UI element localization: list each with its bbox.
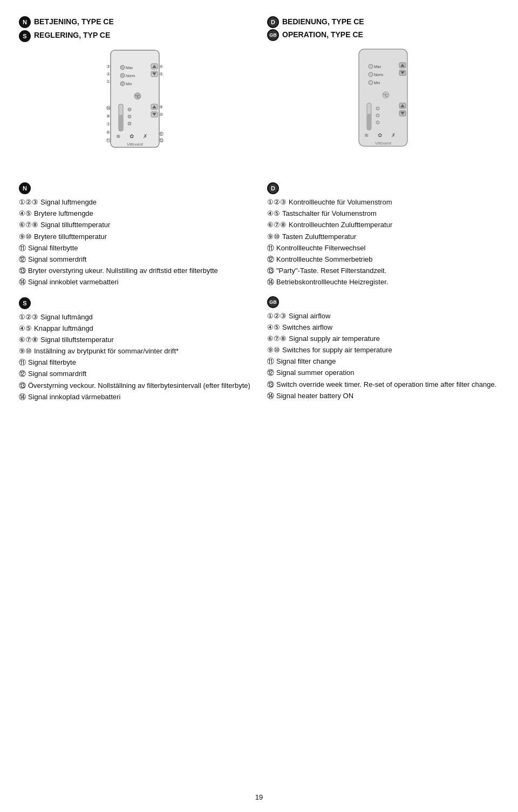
svg-text:⑧: ⑧ (106, 114, 110, 119)
badge-gb-header: GB (267, 29, 279, 41)
content-sections: N ①②③ Signal luftmengde ④⑤ Brytere luftm… (11, 177, 507, 782)
svg-text:⑫: ⑫ (159, 132, 163, 137)
content-left: N ①②③ Signal luftmengde ④⑤ Brytere luftm… (11, 177, 259, 782)
gb-item-2: ④⑤ Switches airflow (267, 323, 499, 332)
page: N BETJENING, TYPE CE S REGLERING, TYP CE… (0, 0, 518, 812)
gb-item-1: ①②③ Signal airflow (267, 311, 499, 321)
badge-d: D (267, 16, 279, 28)
svg-point-26 (128, 115, 131, 118)
svg-point-25 (128, 108, 131, 111)
svg-point-11 (120, 73, 125, 78)
section-n: N ①②③ Signal luftmengde ④⑤ Brytere luftm… (19, 182, 251, 288)
svg-text:°C: °C (135, 94, 140, 99)
n-item-1: ①②③ Signal luftmengde (19, 197, 251, 207)
n-item-8: ⑭ Signal innkoblet varmebatteri (19, 277, 251, 287)
content-right: D ①②③ Kontrollleuchte für Volumenstrom ④… (259, 177, 507, 782)
gb-item-3: ⑥⑦⑧ Signal supply air temperature (267, 334, 499, 344)
title-d2: OPERATION, TYPE CE (282, 30, 363, 40)
s-item-2: ④⑤ Knappar luftmängd (19, 324, 251, 333)
section-s: S ①②③ Signal luftmängd ④⑤ Knappar luftmä… (19, 296, 251, 402)
gb-item-7: ⑬ Switch override week timer. Re-set of … (267, 380, 499, 390)
badge-s-header: S (19, 30, 31, 42)
svg-point-13 (120, 81, 125, 86)
badge-n-section: N (19, 182, 31, 194)
badge-d-section: D (267, 182, 279, 194)
title-d1: BEDIENUNG, TYPE CE (282, 17, 364, 28)
page-number: 19 (11, 782, 507, 801)
controller-image-right: Max Norm Min °C (348, 46, 418, 154)
badge-gb-section: GB (267, 296, 279, 308)
s-item-1: ①②③ Signal luftmängd (19, 312, 251, 322)
section-gb: GB ①②③ Signal airflow ④⑤ Switches airflo… (267, 296, 499, 401)
s-item-5: ⑪ Signal filterbyte (19, 358, 251, 367)
d-item-1: ①②③ Kontrollleuchte für Volumenstrom (267, 197, 499, 207)
d-item-3: ⑥⑦⑧ Kontrollleuchten Zulufttemperatur (267, 220, 499, 230)
svg-text:≋: ≋ (116, 133, 120, 139)
svg-text:°C: °C (383, 93, 388, 98)
d-item-2: ④⑤ Tastschalter für Volumenstrom (267, 209, 499, 219)
svg-rect-24 (119, 115, 123, 131)
s-item-8: ⑭ Signal innkoplad värmebatteri (19, 392, 251, 402)
svg-point-45 (369, 80, 373, 85)
d-item-8: ⑭ Betriebskontrollleuchte Heizregister. (267, 277, 499, 287)
gb-item-5: ⑪ Signal filter change (267, 357, 499, 366)
s-item-3: ⑥⑦⑧ Signal tilluftstemperatur (19, 335, 251, 345)
svg-text:⑪: ⑪ (106, 138, 111, 143)
n-item-6: ⑫ Signal sommerdrift (19, 255, 251, 264)
svg-text:⑩: ⑩ (159, 112, 163, 117)
svg-text:Villovent: Villovent (375, 141, 392, 146)
svg-text:⑦: ⑦ (106, 122, 110, 127)
svg-point-57 (376, 121, 379, 124)
svg-text:✗: ✗ (143, 133, 147, 139)
svg-text:⑨: ⑨ (159, 105, 163, 110)
svg-text:⑬: ⑬ (159, 138, 163, 143)
s-item-7: ⑬ Överstyrning veckour. Nollställning av… (19, 381, 251, 391)
svg-text:Norm: Norm (374, 73, 383, 77)
panel-left: N BETJENING, TYPE CE S REGLERING, TYP CE… (11, 11, 259, 166)
section-d-header: D (267, 182, 499, 194)
controller-image-left: ③ ② ① ⑭ ⑧ ⑦ ⑥ ⑪ Max Norm Min (100, 47, 170, 155)
section-d: D ①②③ Kontrollleuchte für Volumenstrom ④… (267, 182, 499, 288)
section-n-header: N (19, 182, 251, 194)
d-item-7: ⑬ "Party"-Taste. Reset Filterstandzeit. (267, 266, 499, 276)
svg-text:⑤: ⑤ (159, 72, 163, 77)
svg-text:④: ④ (159, 64, 163, 69)
svg-text:②: ② (106, 72, 110, 77)
svg-point-41 (369, 64, 373, 69)
svg-point-27 (128, 122, 131, 125)
badge-n: N (19, 16, 31, 28)
panel-header-left: N BETJENING, TYPE CE S REGLERING, TYP CE (19, 16, 251, 42)
svg-point-9 (120, 65, 125, 70)
n-item-7: ⑬ Bryter overstyring ukeur. Nullstilling… (19, 266, 251, 276)
gb-item-6: ⑫ Signal summer operation (267, 368, 499, 378)
n-item-3: ⑥⑦⑧ Signal tillufttemperatur (19, 220, 251, 230)
svg-point-56 (376, 114, 379, 117)
d-item-5: ⑪ Kontrollleuchte Filterwechsel (267, 243, 499, 253)
svg-text:✿: ✿ (378, 132, 382, 138)
title-n2: REGLERING, TYP CE (34, 30, 110, 41)
svg-text:③: ③ (106, 64, 110, 69)
d-item-4: ⑨⑩ Tasten Zulufttemperatur (267, 232, 499, 242)
gb-item-4: ⑨⑩ Switches for supply air temperature (267, 345, 499, 355)
svg-text:⑥: ⑥ (106, 130, 110, 135)
svg-text:⑭: ⑭ (106, 106, 111, 111)
svg-rect-54 (367, 114, 371, 130)
svg-point-43 (369, 72, 373, 77)
svg-text:Norm: Norm (126, 74, 135, 78)
svg-point-55 (376, 107, 379, 110)
s-item-6: ⑫ Signal sommardrift (19, 369, 251, 379)
panel-right: D BEDIENUNG, TYPE CE GB OPERATION, TYPE … (259, 11, 507, 166)
badge-s-section: S (19, 297, 31, 309)
n-item-4: ⑨⑩ Brytere tillufttemperatur (19, 232, 251, 242)
s-item-4: ⑨⑩ Inställning av brytpunkt för sommar/v… (19, 346, 251, 356)
svg-text:Min: Min (374, 81, 380, 85)
section-s-header: S (19, 296, 251, 309)
svg-text:✗: ✗ (391, 132, 396, 138)
gb-item-8: ⑭ Signal heater battery ON (267, 391, 499, 401)
n-item-5: ⑪ Signal filterbytte (19, 243, 251, 253)
svg-text:①: ① (106, 79, 110, 84)
svg-text:Min: Min (126, 82, 132, 86)
svg-text:Max: Max (374, 65, 381, 69)
n-item-2: ④⑤ Brytere luftmengde (19, 209, 251, 219)
section-gb-header: GB (267, 296, 499, 308)
